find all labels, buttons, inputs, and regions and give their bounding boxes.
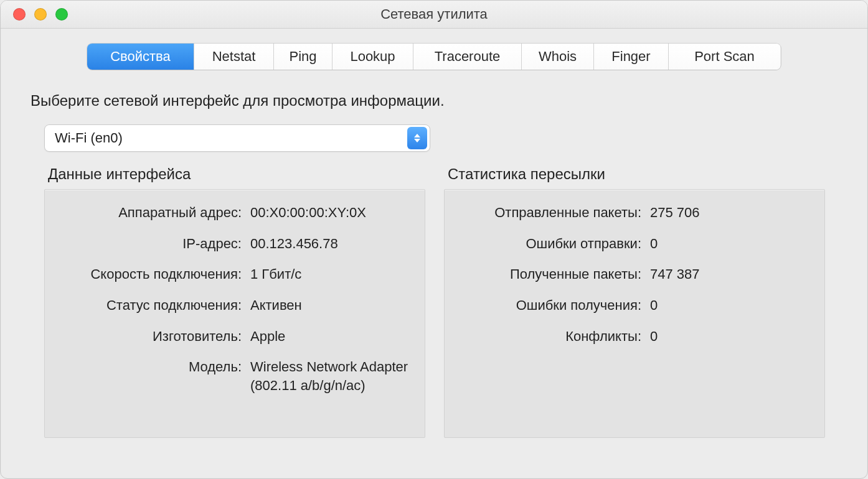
row-link-speed: Скорость подключения: 1 Гбит/с [57, 265, 412, 284]
tab-whois[interactable]: Whois [522, 44, 594, 70]
tab-lookup[interactable]: Lookup [333, 44, 413, 70]
value-ip-address: 00.123.456.78 [250, 235, 412, 253]
label-collisions: Конфликты: [457, 327, 650, 346]
panels: Данные интерфейса Аппаратный адрес: 00:X… [17, 165, 851, 438]
row-link-status: Статус подключения: Активен [57, 296, 412, 315]
label-link-status: Статус подключения: [57, 296, 250, 315]
interface-select-value: Wi-Fi (en0) [45, 130, 407, 146]
row-recv-packets: Полученные пакеты: 747 387 [457, 265, 812, 284]
value-sent-packets: 275 706 [650, 203, 812, 222]
minimize-window-button[interactable] [34, 8, 47, 21]
label-recv-errors: Ошибки получения: [457, 296, 650, 315]
value-link-speed: 1 Гбит/с [250, 265, 412, 284]
tab-portscan[interactable]: Port Scan [669, 44, 780, 70]
value-send-errors: 0 [650, 235, 812, 253]
tab-bar: Свойства Netstat Ping Lookup Traceroute … [87, 44, 781, 70]
row-vendor: Изготовитель: Apple [57, 327, 412, 346]
transfer-stats-body: Отправленные пакеты: 275 706 Ошибки отпр… [444, 189, 825, 438]
row-collisions: Конфликты: 0 [457, 327, 812, 346]
row-sent-packets: Отправленные пакеты: 275 706 [457, 203, 812, 222]
label-ip-address: IP-адрес: [57, 235, 250, 253]
chevron-updown-icon [407, 127, 427, 149]
label-recv-packets: Полученные пакеты: [457, 265, 650, 284]
app-window: Сетевая утилита Свойства Netstat Ping Lo… [0, 0, 868, 479]
window-content: Свойства Netstat Ping Lookup Traceroute … [1, 29, 867, 455]
traffic-lights [13, 8, 68, 21]
label-link-speed: Скорость подключения: [57, 265, 250, 284]
label-hardware-address: Аппаратный адрес: [57, 203, 250, 222]
zoom-window-button[interactable] [55, 8, 68, 21]
transfer-stats-panel: Статистика пересылки Отправленные пакеты… [444, 165, 825, 438]
tab-netstat[interactable]: Netstat [194, 44, 274, 70]
tab-ping[interactable]: Ping [274, 44, 333, 70]
instruction-text: Выберите сетевой интерфейс для просмотра… [17, 92, 851, 109]
row-model: Модель: Wireless Network Adapter (802.11… [57, 358, 412, 394]
label-send-errors: Ошибки отправки: [457, 235, 650, 253]
row-send-errors: Ошибки отправки: 0 [457, 235, 812, 253]
row-ip-address: IP-адрес: 00.123.456.78 [57, 235, 412, 253]
value-model: Wireless Network Adapter (802.11 a/b/g/n… [250, 358, 412, 394]
interface-select[interactable]: Wi-Fi (en0) [44, 124, 430, 152]
row-recv-errors: Ошибки получения: 0 [457, 296, 812, 315]
interface-info-panel: Данные интерфейса Аппаратный адрес: 00:X… [44, 165, 425, 438]
transfer-stats-title: Статистика пересылки [444, 165, 825, 183]
row-hardware-address: Аппаратный адрес: 00:X0:00:00:XY:0X [57, 203, 412, 222]
value-collisions: 0 [650, 327, 812, 346]
window-title: Сетевая утилита [1, 6, 867, 22]
value-vendor: Apple [250, 327, 412, 346]
tab-info[interactable]: Свойства [87, 44, 194, 70]
interface-info-body: Аппаратный адрес: 00:X0:00:00:XY:0X IP-а… [44, 189, 425, 438]
label-vendor: Изготовитель: [57, 327, 250, 346]
titlebar: Сетевая утилита [1, 1, 867, 29]
interface-info-title: Данные интерфейса [44, 165, 425, 183]
tab-traceroute[interactable]: Traceroute [413, 44, 522, 70]
value-recv-errors: 0 [650, 296, 812, 315]
close-window-button[interactable] [13, 8, 26, 21]
tab-finger[interactable]: Finger [594, 44, 669, 70]
value-recv-packets: 747 387 [650, 265, 812, 284]
value-hardware-address: 00:X0:00:00:XY:0X [250, 203, 412, 222]
value-link-status: Активен [250, 296, 412, 315]
label-sent-packets: Отправленные пакеты: [457, 203, 650, 222]
label-model: Модель: [57, 358, 250, 376]
